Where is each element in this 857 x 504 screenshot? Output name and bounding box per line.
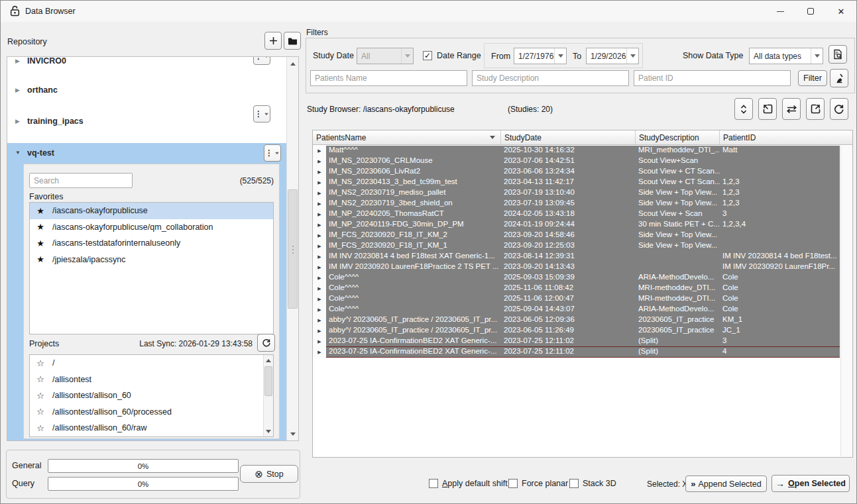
table-row[interactable]: ▶IM_NS_20230413_3_bed_tc99m_test2023-04-… <box>313 177 840 188</box>
tree-item-orthanc[interactable]: ▶ orthanc ⋮ <box>7 81 288 99</box>
show-data-type-dropdown[interactable]: All data types <box>749 48 823 64</box>
row-expander-icon[interactable]: ▶ <box>313 241 326 252</box>
favorite-star-outline-icon[interactable]: ☆ <box>35 407 46 417</box>
favorite-star-outline-icon[interactable]: ☆ <box>35 374 46 384</box>
table-row[interactable]: ▶IM_FCS_20230920_F18_IT_KM_12023-09-20 1… <box>313 241 840 252</box>
project-item[interactable]: ☆/allisontest/allison_jo_10 <box>30 436 263 438</box>
row-expander-icon[interactable]: ▶ <box>313 177 326 188</box>
table-row[interactable]: ▶IM IMV 20230920 LaurenF18Practice 2 TS … <box>313 262 840 273</box>
scroll-up-icon[interactable] <box>264 355 273 366</box>
table-row[interactable]: ▶Cole^^^^2025-09-03 15:09:39ARIA-MethodD… <box>313 273 840 283</box>
tree-item-invicro[interactable]: ▶ INVICRO0 ⋮ <box>7 56 288 70</box>
expanded-arrow-icon[interactable]: ▼ <box>15 150 23 156</box>
row-expander-icon[interactable]: ▶ <box>313 273 326 283</box>
to-date-dropdown[interactable]: 1/29/2026 <box>586 48 639 64</box>
date-range-checkbox[interactable]: ✓ <box>423 51 432 60</box>
row-expander-icon[interactable]: ▶ <box>313 209 326 220</box>
row-expander-icon[interactable]: ▶ <box>313 167 326 177</box>
stop-button[interactable]: ⊗ Stop <box>240 465 298 483</box>
favorite-item[interactable]: ★/jpieszala/ipacssync <box>30 252 273 268</box>
tree-item-menu-button[interactable]: ⋮ <box>264 144 281 162</box>
table-row[interactable]: ▶2023-07-25 IA-ConfirmationBED2 XAT Gene… <box>313 336 840 347</box>
favorite-star-icon[interactable]: ★ <box>35 206 46 216</box>
find-data-button[interactable] <box>828 45 847 64</box>
filter-button[interactable]: Filter <box>798 70 827 86</box>
projects-scrollbar[interactable] <box>263 355 273 436</box>
table-scrollbar[interactable] <box>840 146 852 456</box>
table-row[interactable]: ▶IM_FCS_20230920_F18_IT_KM_22023-09-20 1… <box>313 230 840 241</box>
maximize-button[interactable] <box>795 1 826 22</box>
row-expander-icon[interactable]: ▶ <box>313 326 326 336</box>
tree-item-training-ipacs[interactable]: ▶ training_ipacs ⋮ <box>7 112 288 130</box>
scroll-down-icon[interactable] <box>264 426 273 436</box>
from-date-dropdown[interactable]: 1/27/1976 <box>514 48 567 64</box>
table-row[interactable]: ▶abby^/ 20230605_IT_practice / 20230605_… <box>313 326 840 336</box>
row-expander-icon[interactable]: ▶ <box>313 188 326 199</box>
favorite-star-icon[interactable]: ★ <box>35 238 46 248</box>
favorite-star-icon[interactable]: ★ <box>35 254 46 264</box>
favorite-star-outline-icon[interactable]: ☆ <box>35 358 46 368</box>
favorite-star-outline-icon[interactable]: ☆ <box>35 391 46 401</box>
row-expander-icon[interactable]: ▶ <box>313 156 326 167</box>
project-item[interactable]: ☆/ <box>30 355 263 372</box>
column-header-patientsname[interactable]: PatientsName <box>313 130 501 144</box>
apply-default-shift-checkbox[interactable] <box>429 479 438 488</box>
collapsed-arrow-icon[interactable]: ▶ <box>15 87 23 93</box>
row-expander-icon[interactable]: ▶ <box>313 220 326 230</box>
collapsed-arrow-icon[interactable]: ▶ <box>15 58 23 64</box>
favorite-item[interactable]: ★/iascans-okayforpublicuse/qm_collaborat… <box>30 219 273 236</box>
tree-item-menu-button[interactable]: ⋮ <box>253 56 270 65</box>
study-description-input[interactable] <box>472 70 629 86</box>
force-planar-checkbox[interactable] <box>508 479 518 488</box>
scrollbar-thumb[interactable] <box>288 189 298 309</box>
search-input[interactable] <box>29 173 133 188</box>
row-expander-icon[interactable]: ▶ <box>313 336 326 347</box>
row-expander-icon[interactable]: ▶ <box>313 315 326 326</box>
close-button[interactable]: ✕ <box>826 1 856 22</box>
project-item[interactable]: ☆/allisontest <box>30 372 263 388</box>
open-selected-button[interactable]: → Open Selected <box>771 475 850 492</box>
clear-filters-button[interactable] <box>830 69 848 87</box>
favorite-item[interactable]: ★/iascans-testdataforinternaluseonly <box>30 235 273 252</box>
row-expander-icon[interactable]: ▶ <box>313 294 326 305</box>
minimize-button[interactable] <box>765 1 795 22</box>
row-expander-icon[interactable]: ▶ <box>313 230 326 241</box>
expand-collapse-button[interactable] <box>734 98 753 120</box>
table-row[interactable]: ▶IM_NS_20230706_CRLMouse2023-07-06 14:42… <box>313 156 840 167</box>
import-button[interactable] <box>758 98 777 120</box>
table-row[interactable]: ▶2023-07-25 IA-ConfirmationBED2 XAT Gene… <box>313 347 840 358</box>
table-row[interactable]: ▶IM_NP_20240119-FDG_30min_DP_PM2024-01-1… <box>313 220 840 230</box>
table-row[interactable]: ▶IM_NS2_20230719_3bed_shield_on2023-07-1… <box>313 199 840 209</box>
row-expander-icon[interactable]: ▶ <box>313 199 326 209</box>
column-header-studydate[interactable]: StudyDate <box>501 130 636 144</box>
table-row[interactable]: ▶abby^/ 20230605_IT_practice / 20230605_… <box>313 315 840 326</box>
stack-3d-checkbox[interactable] <box>569 479 579 488</box>
tree-item-vq-test[interactable]: ▼ vq-test ⋮ <box>7 143 286 162</box>
favorite-star-outline-icon[interactable]: ☆ <box>35 423 46 433</box>
sync-refresh-button[interactable] <box>257 334 275 352</box>
collapsed-arrow-icon[interactable]: ▶ <box>15 118 23 125</box>
favorite-item[interactable]: ★/iascans-okayforpublicuse <box>30 203 273 219</box>
row-expander-icon[interactable]: ▶ <box>313 283 326 294</box>
tree-scrollbar[interactable] <box>286 57 298 440</box>
column-header-studydescription[interactable]: StudyDescription <box>636 130 720 144</box>
project-item[interactable]: ☆/allisontest/allison_60/raw <box>30 420 263 436</box>
project-item[interactable]: ☆/allisontest/allison_60 <box>30 387 263 404</box>
scroll-up-icon[interactable] <box>287 58 298 69</box>
patient-id-input[interactable] <box>634 70 791 86</box>
row-expander-icon[interactable]: ▶ <box>313 347 326 358</box>
table-row[interactable]: ▶Cole^^^^2025-09-04 14:43:07ARIA-MethodD… <box>313 305 840 315</box>
table-row[interactable]: ▶Matt^^^^2025-10-30 14:16:32MRI_methodde… <box>313 146 840 156</box>
add-repository-button[interactable] <box>264 32 282 50</box>
favorite-star-icon[interactable]: ★ <box>35 222 46 232</box>
export-button[interactable] <box>806 98 825 120</box>
row-expander-icon[interactable]: ▶ <box>313 146 326 156</box>
table-row[interactable]: ▶Cole^^^^2025-11-06 11:08:42MRI-methodde… <box>313 283 840 294</box>
project-item[interactable]: ☆/allisontest/allison_60/processed <box>30 404 263 421</box>
open-folder-button[interactable] <box>284 32 301 50</box>
table-row[interactable]: ▶IM_NP_20240205_ThomasRatCT2024-02-05 13… <box>313 209 840 220</box>
table-row[interactable]: ▶IM_NS_20230606_LivRat22023-06-06 13:24:… <box>313 167 840 177</box>
patients-name-input[interactable] <box>310 70 467 86</box>
row-expander-icon[interactable]: ▶ <box>313 305 326 315</box>
scrollbar-thumb[interactable] <box>264 366 272 396</box>
